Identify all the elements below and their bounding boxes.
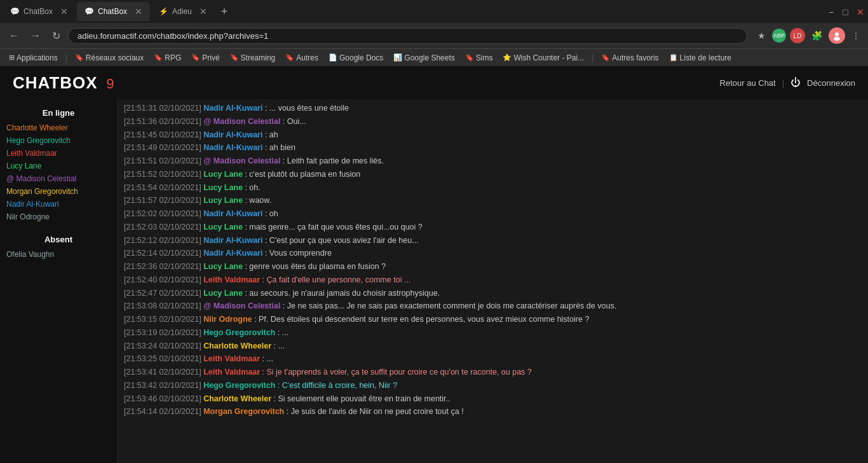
sidebar-user-madison[interactable]: @ Madison Celestial [0, 172, 117, 185]
bookmark-autres-label: Autres [296, 53, 318, 62]
chat-message-6: [21:51:54 02/10/2021] Lucy Lane : oh. [124, 181, 862, 195]
tab-1[interactable]: 💬 ChatBox ✕ [3, 2, 76, 21]
folder-icon-4: 🔖 [230, 53, 239, 62]
back-button[interactable]: ← [5, 27, 23, 44]
bookmark-wish-label: Wish Counter - Pai... [513, 53, 584, 62]
bookmark-streaming[interactable]: 🔖 Streaming [226, 52, 280, 64]
bookmark-gdocs-label: Google Docs [339, 53, 383, 62]
menu-button[interactable]: ⋮ [849, 28, 863, 43]
chat-message-17: [21:53:19 02/10/2021] Hego Gregorovitch … [124, 326, 862, 340]
chat-message-8: [21:52:02 02/10/2021] Nadir Al-Kuwari : … [124, 207, 862, 221]
message-author: Lucy Lane [203, 262, 243, 271]
bookmark-wish[interactable]: ⭐ Wish Counter - Pai... [499, 52, 588, 64]
logout-link[interactable]: Déconnexion [807, 78, 855, 88]
tab3-close[interactable]: ✕ [200, 6, 207, 17]
browser-chrome: 💬 ChatBox ✕ 💬 ChatBox ✕ ⚡ Adieu ✕ + − □ … [0, 0, 868, 66]
maximize-button[interactable]: □ [843, 7, 851, 16]
message-text: : Pf. Des étoiles qui descendent sur ter… [252, 315, 590, 324]
message-timestamp: [21:53:19 02/10/2021] [124, 328, 203, 337]
chat-message-13: [21:52:40 02/10/2021] Leith Valdmaar : Ç… [124, 273, 862, 287]
new-tab-button[interactable]: + [216, 5, 233, 18]
gdocs-icon: 📄 [329, 53, 337, 62]
message-text: : c'est plutôt du plasma en fusion [243, 170, 360, 179]
message-timestamp: [21:52:02 02/10/2021] [124, 209, 203, 218]
message-timestamp: [21:52:03 02/10/2021] [124, 223, 203, 232]
sidebar-user-charlotte[interactable]: Charlotte Wheeler [0, 121, 117, 134]
bookmark-readlist[interactable]: 📋 Liste de lecture [665, 52, 735, 64]
bookmark-sims-label: Sims [476, 53, 493, 62]
message-text: : Vous comprendre [262, 249, 331, 258]
extensions-button[interactable]: 🧩 [809, 28, 825, 43]
message-timestamp: [21:53:15 02/10/2021] [124, 315, 203, 324]
profile-avatar-2[interactable]: LD [790, 28, 805, 43]
message-text: : Ça fait d'elle une personne, comme toi… [260, 275, 410, 284]
tab3-title: Adieu [172, 7, 192, 16]
message-author: @ Madison Celestial [203, 156, 280, 165]
folder-icon-5: 🔖 [285, 53, 294, 62]
chat-message-16: [21:53:15 02/10/2021] Niir Odrogne : Pf.… [124, 313, 862, 326]
address-bar[interactable] [68, 28, 747, 44]
message-author: Charlotte Wheeler [203, 342, 271, 350]
chat-message-12: [21:52:36 02/10/2021] Lucy Lane : genre … [124, 260, 862, 273]
chat-message-10: [21:52:12 02/10/2021] Nadir Al-Kuwari : … [124, 234, 862, 247]
sidebar-user-niir[interactable]: Niir Odrogne [0, 211, 117, 223]
tab-bar: 💬 ChatBox ✕ 💬 ChatBox ✕ ⚡ Adieu ✕ + − □ … [0, 0, 868, 23]
app-count: 9 [106, 76, 114, 92]
tab1-close[interactable]: ✕ [60, 6, 68, 17]
message-timestamp: [21:54:14 02/10/2021] [124, 407, 203, 416]
bookmark-star[interactable]: ★ [755, 28, 768, 43]
message-author: Nadir Al-Kuwari [203, 236, 262, 245]
chat-message-4: [21:51:51 02/10/2021] @ Madison Celestia… [124, 155, 862, 168]
tab-2[interactable]: 💬 ChatBox ✕ [77, 2, 150, 21]
bookmark-social-label: Réseaux sociaux [86, 53, 144, 62]
bookmark-gdocs[interactable]: 📄 Google Docs [325, 52, 387, 64]
bookmark-readlist-label: Liste de lecture [680, 53, 731, 62]
message-timestamp: [21:51:52 02/10/2021] [124, 170, 203, 179]
message-author: @ Madison Celestial [203, 301, 280, 310]
bookmark-apps[interactable]: ⊞ Applications [5, 52, 62, 64]
bookmark-gsheets-label: Google Sheets [404, 53, 454, 62]
chat-message-11: [21:52:14 02/10/2021] Nadir Al-Kuwari : … [124, 247, 862, 260]
bookmark-prive[interactable]: 🔖 Privé [187, 52, 223, 64]
app-title-area: CHATBOX 9 [13, 73, 114, 93]
user-avatar[interactable] [829, 27, 845, 44]
forward-button[interactable]: → [27, 27, 44, 44]
message-author: Hego Gregorovitch [203, 328, 275, 337]
return-link[interactable]: Retour au Chat [720, 78, 776, 88]
sims-icon: 🔖 [465, 53, 474, 62]
minimize-button[interactable]: − [829, 7, 837, 16]
tab2-title: ChatBox [98, 7, 127, 16]
close-button[interactable]: ✕ [857, 7, 865, 16]
tab2-close[interactable]: ✕ [135, 6, 142, 17]
bookmark-social[interactable]: 🔖 Réseaux sociaux [71, 52, 147, 64]
sidebar-user-leith[interactable]: Leith Valdmaar [0, 147, 117, 160]
bookmark-streaming-label: Streaming [241, 53, 276, 62]
apps-icon: ⊞ [9, 53, 15, 62]
message-timestamp: [21:52:36 02/10/2021] [124, 262, 203, 271]
profile-avatar[interactable]: ABP [772, 29, 786, 43]
message-author: Nadir Al-Kuwari [203, 104, 262, 113]
readlist-icon: 📋 [669, 53, 678, 62]
message-text: : ah bien [262, 143, 295, 152]
sidebar-user-nadir[interactable]: Nadir Al-Kuwari [0, 198, 117, 211]
autresfav-icon: 🔖 [601, 53, 610, 62]
bookmark-gsheets[interactable]: 📊 Google Sheets [390, 52, 458, 64]
message-text: : waow. [243, 196, 271, 205]
bookmark-rpg[interactable]: 🔖 RPG [150, 52, 185, 64]
sidebar-user-hego[interactable]: Hego Gregorovitch [0, 134, 117, 147]
message-text: : au secours. je n'aurai jamais du chois… [243, 289, 440, 298]
chat-area[interactable]: [21:51:31 02/10/2021] Nadir Al-Kuwari : … [118, 99, 868, 463]
tab-3[interactable]: ⚡ Adieu ✕ [151, 2, 215, 21]
bookmark-autresfav[interactable]: 🔖 Autres favoris [597, 52, 662, 64]
message-author: Nadir Al-Kuwari [203, 143, 262, 152]
refresh-button[interactable]: ↻ [48, 27, 64, 45]
bookmark-sims[interactable]: 🔖 Sims [461, 52, 497, 64]
message-text: : mais genre... ça fait que vous êtes qu… [243, 223, 423, 232]
sidebar-user-morgan[interactable]: Morgan Gregorovitch [0, 185, 117, 198]
sidebar-user-ofelia[interactable]: Ofelia Vaughn [0, 248, 117, 261]
message-author: @ Madison Celestial [203, 117, 280, 126]
bookmark-autres[interactable]: 🔖 Autres [281, 52, 322, 64]
sidebar-user-lucy[interactable]: Lucy Lane [0, 160, 117, 172]
message-timestamp: [21:51:51 02/10/2021] [124, 156, 203, 165]
message-author: Leith Valdmaar [203, 275, 260, 284]
